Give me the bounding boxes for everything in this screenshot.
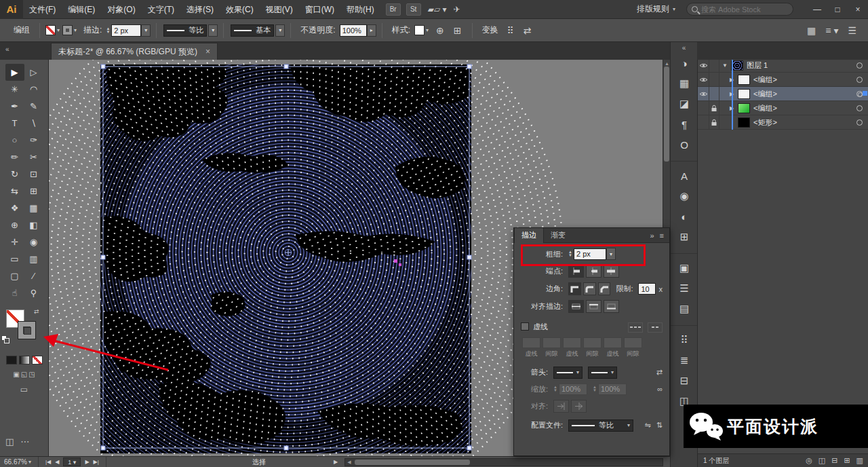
swap-fill-stroke-icon[interactable]: ⇄ xyxy=(34,308,39,315)
artboard-number-dropdown[interactable]: 1 ▾ xyxy=(63,457,81,466)
lasso-tool[interactable]: ◠ xyxy=(24,81,43,98)
color-icon[interactable]: ◑ xyxy=(671,53,698,73)
target-circle-icon[interactable] xyxy=(856,91,863,97)
transform-link[interactable]: 变换 xyxy=(482,24,498,36)
symbols-icon[interactable]: ⊟ xyxy=(671,371,698,391)
empty-visibility-cell[interactable] xyxy=(698,101,709,115)
slice-tool[interactable]: ∕ xyxy=(24,267,43,284)
scroll-left-icon[interactable]: ◀ xyxy=(345,460,353,465)
stock-button[interactable]: St xyxy=(406,3,421,16)
arrow-align-cross-button[interactable] xyxy=(571,400,587,413)
opacity-dropdown[interactable]: ▸ xyxy=(367,24,376,37)
weight-dropdown[interactable]: ▾ xyxy=(606,248,616,260)
dash-input-1[interactable] xyxy=(542,337,561,348)
edit-toolbar-icon[interactable]: ◫ xyxy=(5,436,14,447)
visibility-eye-icon[interactable] xyxy=(698,87,709,101)
first-artboard-button[interactable]: |◀ xyxy=(45,459,51,465)
symbol-sprayer-tool[interactable]: ▭ xyxy=(5,250,24,267)
dash-align-icon[interactable] xyxy=(648,322,663,333)
glyphs-icon[interactable]: O xyxy=(671,134,698,155)
dash-input-5[interactable] xyxy=(624,337,642,348)
dash-preserve-icon[interactable] xyxy=(628,322,643,333)
layer-name[interactable]: <编组> xyxy=(753,103,856,113)
align-inside-button[interactable] xyxy=(586,300,601,313)
appearance-icon[interactable]: ◉ xyxy=(671,186,698,206)
empty-lock-cell[interactable] xyxy=(709,58,719,73)
dash-input-0[interactable] xyxy=(522,337,540,348)
last-artboard-button[interactable]: ▶| xyxy=(94,459,99,465)
layer-row-0[interactable]: ▼图层 1 xyxy=(698,58,868,73)
width-profile-dropdown-arrow[interactable]: ▾ xyxy=(208,24,218,37)
flip-across-icon[interactable]: ⇅ xyxy=(656,421,663,430)
layer-name[interactable]: 图层 1 xyxy=(747,60,856,71)
curvature-tool[interactable]: ✎ xyxy=(24,98,43,115)
menu-item-1[interactable]: 编辑(E) xyxy=(62,0,101,19)
arrow-scale-end-input[interactable] xyxy=(598,384,627,395)
align-outside-button[interactable] xyxy=(604,300,619,313)
draw-behind-icon[interactable]: ◱ xyxy=(21,371,27,378)
scissors-tool[interactable]: ✂ xyxy=(24,149,43,166)
document-tab[interactable]: 未标题-2* @ 66.67% (RGB/GPU 预览) × xyxy=(51,43,218,60)
artboard-tool[interactable]: ▢ xyxy=(5,267,24,284)
dash-input-3[interactable] xyxy=(583,337,601,348)
stroke-dropdown-icon[interactable]: ▾ xyxy=(74,27,77,33)
tab-close-icon[interactable]: × xyxy=(205,47,210,56)
graphic-styles-icon[interactable]: ◐ xyxy=(671,206,698,227)
layer-name[interactable]: <编组> xyxy=(753,75,856,85)
line-segment-tool[interactable]: ∖ xyxy=(24,115,43,132)
document-setup-icon[interactable]: ⊕ xyxy=(436,25,444,36)
tab-gradient[interactable]: 渐变 xyxy=(544,228,572,243)
stroke-weight-dropdown[interactable]: ▾ xyxy=(141,24,151,37)
magic-wand-tool[interactable]: ✳ xyxy=(5,81,24,98)
width-tool[interactable]: ⇆ xyxy=(5,183,24,200)
arrowhead-end-dropdown[interactable]: ▾ xyxy=(588,367,617,379)
selection-tool[interactable]: ▶ xyxy=(5,64,24,81)
pencil-tool[interactable]: ✏ xyxy=(5,149,24,166)
link-scale-icon[interactable]: ∞ xyxy=(657,385,663,393)
hand-tool[interactable]: ☝ xyxy=(5,284,24,301)
arrowhead-start-dropdown[interactable]: ▾ xyxy=(553,367,583,379)
minimize-button[interactable]: — xyxy=(807,0,827,19)
new-layer-icon[interactable]: ⊞ xyxy=(844,456,850,465)
join-miter-button[interactable] xyxy=(568,282,581,295)
draw-inside-icon[interactable]: ◳ xyxy=(28,371,35,378)
draw-normal-icon[interactable]: ▣ xyxy=(13,371,19,378)
menu-item-4[interactable]: 选择(S) xyxy=(180,0,220,19)
gpu-performance-icon[interactable]: ▰▱ ▾ xyxy=(428,5,447,14)
layer-thumbnail[interactable] xyxy=(738,75,750,85)
align-icon[interactable]: ☰ xyxy=(671,278,698,299)
expand-chevron-icon[interactable]: ▼ xyxy=(721,62,729,69)
menu-item-3[interactable]: 文字(T) xyxy=(142,0,180,19)
scrollbar-thumb[interactable] xyxy=(664,67,669,162)
direct-selection-tool[interactable]: ▷ xyxy=(24,64,43,81)
layer-thumbnail[interactable] xyxy=(738,103,750,113)
collapse-icon[interactable]: ⋯ xyxy=(20,436,29,447)
layer-name[interactable]: <矩形> xyxy=(753,117,856,128)
limit-input[interactable] xyxy=(638,283,656,295)
panel-expand-icon[interactable]: » xyxy=(650,231,654,240)
typeset-rules-dropdown[interactable]: 排版规则▾ xyxy=(637,3,675,15)
swatches-icon[interactable]: ▦ xyxy=(671,73,698,94)
join-bevel-button[interactable] xyxy=(598,282,611,295)
dash-input-2[interactable] xyxy=(563,337,581,348)
pathfinder-icon[interactable]: ⠿ xyxy=(671,330,698,350)
zoom-tool[interactable]: ⚲ xyxy=(24,284,43,301)
width-profile-dropdown[interactable]: 等比 xyxy=(163,24,207,37)
arrow-scale-start-input[interactable] xyxy=(559,384,587,395)
status-play-icon[interactable]: ▶ xyxy=(334,459,338,465)
blend-tool[interactable]: ◉ xyxy=(24,234,43,250)
restore-button[interactable]: □ xyxy=(827,0,848,19)
search-input[interactable] xyxy=(701,5,797,14)
close-button[interactable]: × xyxy=(848,0,868,19)
type-tool[interactable]: T xyxy=(5,115,24,132)
isolate-icon[interactable]: ⠿ xyxy=(507,25,514,36)
opacity-input[interactable] xyxy=(340,24,367,37)
target-circle-icon[interactable] xyxy=(856,62,863,69)
gradient-mode-button[interactable] xyxy=(19,356,30,365)
panel-menu-icon[interactable]: ≡ xyxy=(660,231,664,240)
free-transform-tool[interactable]: ⊞ xyxy=(24,183,43,200)
rotate-tool[interactable]: ↻ xyxy=(5,166,24,183)
cap-projecting-button[interactable] xyxy=(604,265,619,278)
navigator-icon[interactable]: ≣ xyxy=(671,350,698,371)
arrow-align-tip-button[interactable] xyxy=(553,400,569,413)
